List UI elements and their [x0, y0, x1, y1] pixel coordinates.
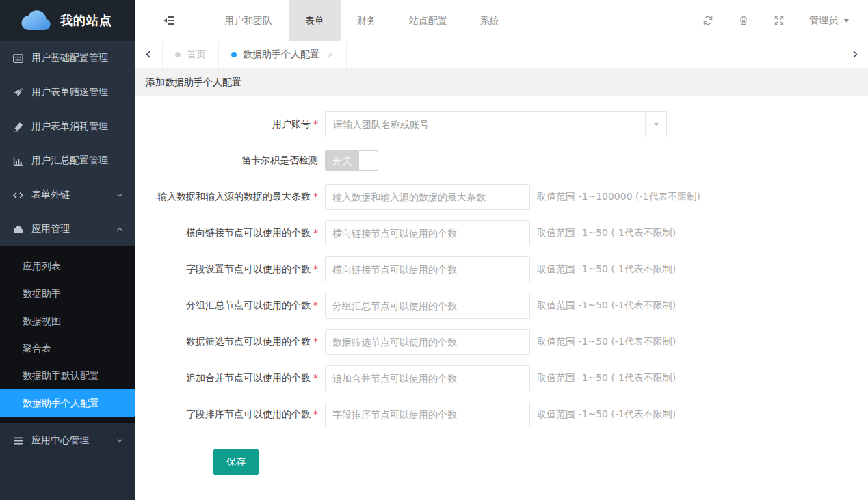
page-title: 添加数据助手个人配置: [135, 68, 868, 96]
open-tab-0[interactable]: 首页: [163, 41, 219, 68]
required-asterisk: *: [313, 372, 318, 383]
sidebar-item-2[interactable]: 用户表单消耗管理: [0, 109, 135, 144]
sidebar-item-1[interactable]: 用户表单赠送管理: [0, 75, 135, 109]
clear-cache-button[interactable]: [738, 15, 749, 26]
form-row-4: 字段设置节点可以使用的个数* 取值范围 -1~50 (-1代表不限制): [135, 256, 868, 282]
grid-icon: [12, 53, 24, 64]
field-label: 笛卡尔积是否检测: [135, 155, 325, 167]
cloud-logo-icon: [16, 8, 53, 34]
field-hint: 取值范围 -1~100000 (-1代表不限制): [537, 191, 700, 203]
sidebar: 我的站点 用户基础配置管理 用户表单赠送管理 用户表单消耗管理 用户汇总配置管理…: [0, 0, 135, 500]
field-hint: 取值范围 -1~50 (-1代表不限制): [537, 227, 676, 239]
refresh-icon: [702, 15, 713, 26]
submenu-item-3[interactable]: 聚合表: [0, 334, 135, 362]
cloud-icon: [12, 224, 24, 235]
config-form: 用户账号* 请输入团队名称或账号 笛卡尔积是否检测 开关 输入数据和输入源的数据…: [135, 111, 868, 427]
form-row-0: 用户账号* 请输入团队名称或账号: [135, 111, 868, 137]
field-label: 分组汇总节点可以使用的个数*: [135, 300, 325, 312]
field-label: 字段排序节点可以使用的个数*: [135, 408, 325, 421]
trash-icon: [738, 15, 749, 26]
nav-tab-0[interactable]: 用户和团队: [208, 0, 289, 41]
tabs-scroll-right-button[interactable]: [841, 41, 868, 68]
sidebar-item-3[interactable]: 用户汇总配置管理: [0, 144, 135, 178]
page-tabbar: 首页 数据助手个人配置: [135, 41, 868, 68]
form-row-3: 横向链接节点可以使用的个数* 取值范围 -1~50 (-1代表不限制): [135, 220, 868, 246]
code-icon: [12, 189, 24, 201]
cartesian-check-switch[interactable]: 开关: [325, 150, 378, 171]
field-label: 用户账号*: [135, 118, 325, 131]
field-input-3[interactable]: [325, 220, 530, 246]
sidebar-item-0[interactable]: 用户基础配置管理: [0, 41, 135, 75]
caret-down-icon: [843, 18, 850, 23]
required-asterisk: *: [313, 336, 318, 347]
chevron-down-icon: [115, 436, 124, 445]
required-asterisk: *: [313, 227, 318, 238]
chevron-left-icon: [144, 50, 153, 59]
top-nav: 用户和团队表单财务站点配置系统: [208, 0, 516, 41]
bar-chart-icon: [12, 155, 24, 167]
save-button[interactable]: 保存: [213, 449, 259, 475]
close-tab-icon[interactable]: [327, 51, 334, 58]
nav-tab-1[interactable]: 表单: [289, 0, 341, 41]
sidebar-submenu: 应用列表数据助手数据视图聚合表数据助手默认配置数据助手个人配置: [0, 246, 135, 423]
chevron-up-icon: [115, 224, 124, 234]
submenu-item-2[interactable]: 数据视图: [0, 307, 135, 334]
select-placeholder: 请输入团队名称或账号: [326, 112, 645, 137]
field-label: 输入数据和输入源的数据的最大条数*: [135, 191, 325, 203]
eraser-icon: [12, 121, 24, 133]
field-input-4[interactable]: [325, 256, 530, 282]
nav-tab-4[interactable]: 系统: [464, 0, 516, 41]
form-row-2: 输入数据和输入源的数据的最大条数* 取值范围 -1~100000 (-1代表不限…: [135, 184, 868, 210]
nav-tab-3[interactable]: 站点配置: [393, 0, 464, 41]
required-asterisk: *: [313, 408, 318, 419]
top-header: 用户和团队表单财务站点配置系统 管理员: [135, 0, 868, 41]
logo[interactable]: 我的站点: [0, 0, 135, 41]
submenu-item-4[interactable]: 数据助手默认配置: [0, 362, 135, 389]
collapse-sidebar-button[interactable]: [163, 14, 175, 27]
field-label: 数据筛选节点可以使用的个数*: [135, 336, 325, 348]
form-row-6: 数据筛选节点可以使用的个数* 取值范围 -1~50 (-1代表不限制): [135, 329, 868, 355]
required-asterisk: *: [313, 263, 318, 274]
field-hint: 取值范围 -1~50 (-1代表不限制): [537, 300, 676, 312]
field-hint: 取值范围 -1~50 (-1代表不限制): [537, 408, 676, 421]
tab-status-dot: [231, 52, 237, 57]
fullscreen-button[interactable]: [774, 15, 785, 26]
field-hint: 取值范围 -1~50 (-1代表不限制): [537, 263, 676, 276]
user-account-select[interactable]: 请输入团队名称或账号: [325, 111, 667, 137]
fullscreen-icon: [774, 15, 785, 26]
field-hint: 取值范围 -1~50 (-1代表不限制): [537, 372, 676, 384]
user-name: 管理员: [809, 14, 838, 27]
form-row-5: 分组汇总节点可以使用的个数* 取值范围 -1~50 (-1代表不限制): [135, 293, 868, 319]
site-name: 我的站点: [60, 12, 112, 29]
user-dropdown[interactable]: 管理员: [809, 14, 850, 27]
tabs-scroll-left-button[interactable]: [135, 41, 163, 68]
field-input-5[interactable]: [325, 293, 530, 319]
menu-icon: [12, 435, 24, 447]
field-hint: 取值范围 -1~50 (-1代表不限制): [537, 336, 676, 348]
refresh-button[interactable]: [702, 15, 713, 26]
select-caret-icon[interactable]: [645, 112, 666, 137]
field-label: 字段设置节点可以使用的个数*: [135, 263, 325, 276]
form-row-1: 笛卡尔积是否检测 开关: [135, 148, 868, 174]
submenu-item-0[interactable]: 应用列表: [0, 252, 135, 280]
main-area: 用户和团队表单财务站点配置系统 管理员 首页 数据助手个人配置 添加数据助手个人…: [135, 0, 868, 500]
form-row-7: 追加合并节点可以使用的个数* 取值范围 -1~50 (-1代表不限制): [135, 365, 868, 391]
header-tools: 管理员: [702, 14, 868, 27]
sidebar-item-4[interactable]: 表单外链: [0, 178, 135, 212]
field-input-8[interactable]: [325, 402, 530, 427]
submenu-item-1[interactable]: 数据助手: [0, 280, 135, 307]
submenu-item-5[interactable]: 数据助手个人配置: [0, 389, 135, 417]
open-tab-1[interactable]: 数据助手个人配置: [219, 41, 347, 68]
field-input-6[interactable]: [325, 329, 530, 355]
open-tabs: 首页 数据助手个人配置: [163, 41, 347, 68]
app-window: 我的站点 用户基础配置管理 用户表单赠送管理 用户表单消耗管理 用户汇总配置管理…: [0, 0, 868, 500]
sidebar-item-5[interactable]: 应用管理: [0, 212, 135, 246]
send-icon: [12, 87, 24, 98]
required-asterisk: *: [313, 118, 318, 129]
field-input-7[interactable]: [325, 365, 530, 391]
sidebar-item-app-center[interactable]: 应用中心管理: [0, 423, 135, 458]
sidebar-bottom: 应用中心管理: [0, 423, 135, 500]
nav-tab-2[interactable]: 财务: [341, 0, 393, 41]
field-input-2[interactable]: [325, 184, 530, 210]
switch-knob: [359, 151, 378, 170]
